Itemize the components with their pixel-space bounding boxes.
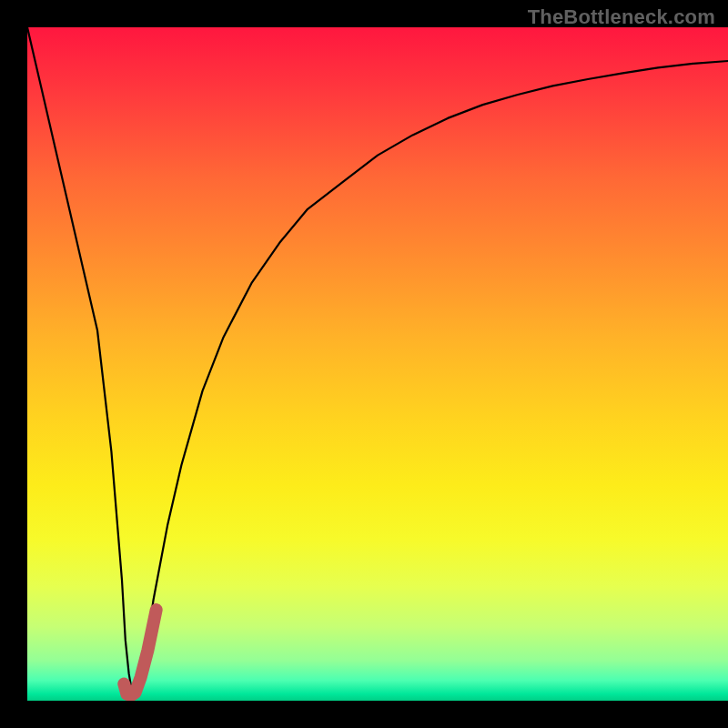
plot-area	[27, 27, 728, 701]
accent-hook	[27, 27, 728, 701]
chart-frame: TheBottleneck.com	[0, 0, 728, 728]
accent-path	[124, 610, 156, 695]
watermark-text: TheBottleneck.com	[528, 5, 715, 29]
